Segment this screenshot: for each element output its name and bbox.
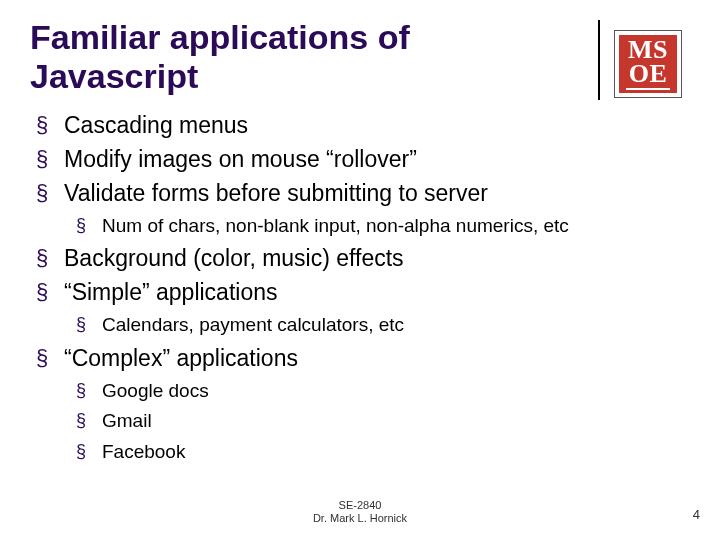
- slide-title: Familiar applications of Javascript: [30, 18, 690, 96]
- sub-bullet-item: Num of chars, non-blank input, non-alpha…: [68, 212, 690, 240]
- sub-bullet-item: Facebook: [68, 438, 690, 466]
- sub-bullet-item: Calendars, payment calculators, etc: [68, 311, 690, 339]
- sub-bullet-list: Num of chars, non-blank input, non-alpha…: [68, 212, 690, 240]
- sub-bullet-item: Gmail: [68, 407, 690, 435]
- bullet-item: “Complex” applications: [30, 343, 690, 374]
- slide: Familiar applications of Javascript MS O…: [0, 0, 720, 540]
- sub-bullet-item: Google docs: [68, 377, 690, 405]
- footer-course: SE-2840: [0, 499, 720, 513]
- page-number: 4: [693, 507, 700, 522]
- bullet-item: Cascading menus: [30, 110, 690, 141]
- sub-bullet-list: Google docs Gmail Facebook: [68, 377, 690, 466]
- logo-underline: [626, 88, 670, 90]
- footer-author: Dr. Mark L. Hornick: [0, 512, 720, 526]
- bullet-item: “Simple” applications: [30, 277, 690, 308]
- msoe-logo: MS OE: [614, 30, 682, 98]
- bullet-list: Cascading menus Modify images on mouse “…: [30, 110, 690, 466]
- bullet-item: Validate forms before submitting to serv…: [30, 178, 690, 209]
- slide-header: Familiar applications of Javascript MS O…: [30, 18, 690, 96]
- sub-bullet-list: Calendars, payment calculators, etc: [68, 311, 690, 339]
- bullet-item: Background (color, music) effects: [30, 243, 690, 274]
- title-divider: [598, 20, 600, 100]
- bullet-item: Modify images on mouse “rollover”: [30, 144, 690, 175]
- slide-footer: SE-2840 Dr. Mark L. Hornick: [0, 499, 720, 527]
- logo-line-2: OE: [629, 62, 668, 86]
